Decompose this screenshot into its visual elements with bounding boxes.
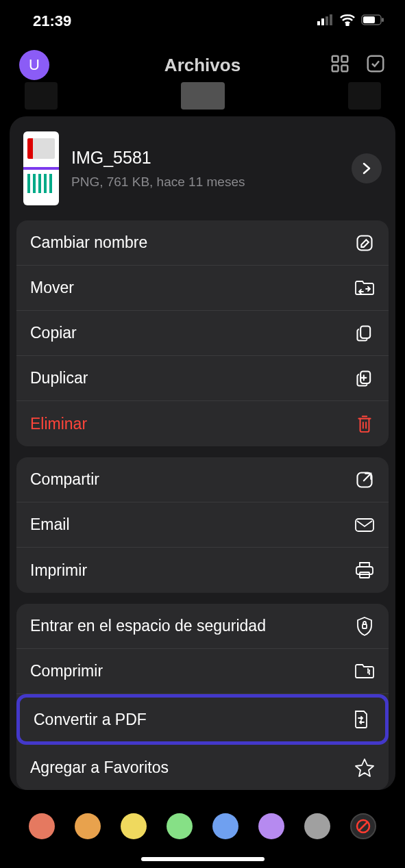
action-sheet: IMG_5581 PNG, 761 KB, hace 11 meses Camb…	[10, 116, 395, 790]
mail-icon	[354, 515, 375, 535]
avatar-letter: U	[29, 56, 40, 74]
copy-item[interactable]: Copiar	[16, 311, 389, 356]
status-right	[317, 14, 384, 29]
edit-icon	[354, 233, 375, 253]
menu-label: Imprimir	[30, 561, 87, 580]
favorite-item[interactable]: Agregar a Favoritos	[16, 745, 389, 790]
svg-rect-13	[358, 235, 372, 250]
trash-icon	[354, 413, 375, 434]
color-tag-none[interactable]	[350, 813, 376, 839]
svg-rect-8	[332, 56, 339, 62]
compress-item[interactable]: Comprimir	[16, 649, 389, 694]
wifi-icon	[339, 14, 356, 29]
file-name: IMG_5581	[71, 148, 339, 168]
convert-pdf-item[interactable]: Convertir a PDF	[16, 694, 389, 745]
menu-label: Cambiar nombre	[30, 233, 147, 252]
svg-rect-11	[342, 66, 348, 72]
zip-icon	[354, 661, 375, 682]
file-details: PNG, 761 KB, hace 11 meses	[71, 175, 339, 190]
menu-group-2: Compartir Email Imprimir	[16, 457, 389, 593]
menu-group-1: Cambiar nombre Mover Copiar Duplicar Eli…	[16, 220, 389, 446]
status-bar: 21:39	[0, 0, 405, 38]
rename-item[interactable]: Cambiar nombre	[16, 220, 389, 266]
copy-icon	[354, 323, 375, 344]
print-icon	[354, 560, 375, 580]
color-tag-row	[8, 802, 397, 839]
star-icon	[354, 757, 375, 778]
share-icon	[354, 470, 375, 490]
menu-group-3: Entrar en el espacio de seguridad Compri…	[16, 604, 389, 790]
menu-label: Entrar en el espacio de seguridad	[30, 617, 266, 635]
move-item[interactable]: Mover	[16, 266, 389, 311]
svg-rect-14	[360, 326, 370, 338]
svg-rect-19	[360, 572, 369, 578]
color-tag-purple[interactable]	[258, 813, 284, 839]
color-tag-blue[interactable]	[212, 813, 238, 839]
svg-rect-7	[382, 18, 384, 22]
home-indicator[interactable]	[141, 857, 265, 861]
battery-icon	[361, 14, 384, 28]
file-info[interactable]: IMG_5581 PNG, 761 KB, hace 11 meses	[10, 116, 395, 220]
chevron-right-icon	[362, 162, 371, 175]
menu-label: Convertir a PDF	[34, 711, 147, 729]
svg-point-4	[347, 24, 349, 26]
svg-rect-1	[321, 18, 324, 25]
color-tag-orange[interactable]	[75, 813, 101, 839]
menu-label: Copiar	[30, 324, 77, 342]
svg-rect-9	[342, 56, 348, 62]
svg-rect-18	[356, 567, 373, 574]
menu-label: Agregar a Favoritos	[30, 758, 169, 777]
file-details-button[interactable]	[352, 153, 382, 183]
svg-rect-3	[330, 14, 332, 25]
svg-rect-2	[326, 16, 328, 25]
duplicate-icon	[354, 368, 375, 389]
security-space-item[interactable]: Entrar en el espacio de seguridad	[16, 604, 389, 649]
color-tag-yellow[interactable]	[121, 813, 147, 839]
svg-rect-17	[356, 519, 373, 531]
color-tag-green[interactable]	[167, 813, 193, 839]
color-tag-red[interactable]	[29, 813, 55, 839]
select-icon[interactable]	[365, 53, 386, 77]
menu-label: Email	[30, 515, 70, 534]
menu-label: Comprimir	[30, 662, 103, 680]
menu-label: Compartir	[30, 470, 99, 489]
svg-rect-0	[317, 21, 320, 25]
svg-rect-10	[332, 66, 339, 72]
print-item[interactable]: Imprimir	[16, 548, 389, 593]
shield-icon	[354, 616, 375, 637]
share-item[interactable]: Compartir	[16, 457, 389, 502]
avatar[interactable]: U	[19, 50, 49, 80]
menu-label: Duplicar	[30, 369, 88, 387]
grid-view-icon[interactable]	[330, 53, 350, 77]
convert-icon	[351, 709, 371, 730]
color-tag-gray[interactable]	[304, 813, 330, 839]
duplicate-item[interactable]: Duplicar	[16, 356, 389, 401]
svg-rect-12	[368, 56, 384, 72]
page-title: Archivos	[164, 55, 241, 76]
folder-move-icon	[354, 278, 375, 298]
delete-item[interactable]: Eliminar	[16, 401, 389, 446]
email-item[interactable]: Email	[16, 502, 389, 548]
no-color-icon	[355, 818, 371, 834]
menu-label: Eliminar	[30, 415, 87, 433]
svg-rect-6	[363, 16, 375, 23]
signal-icon	[317, 14, 334, 28]
status-time: 21:39	[33, 12, 71, 30]
file-thumbnail	[23, 131, 59, 205]
menu-label: Mover	[30, 279, 74, 297]
svg-rect-20	[363, 624, 367, 628]
